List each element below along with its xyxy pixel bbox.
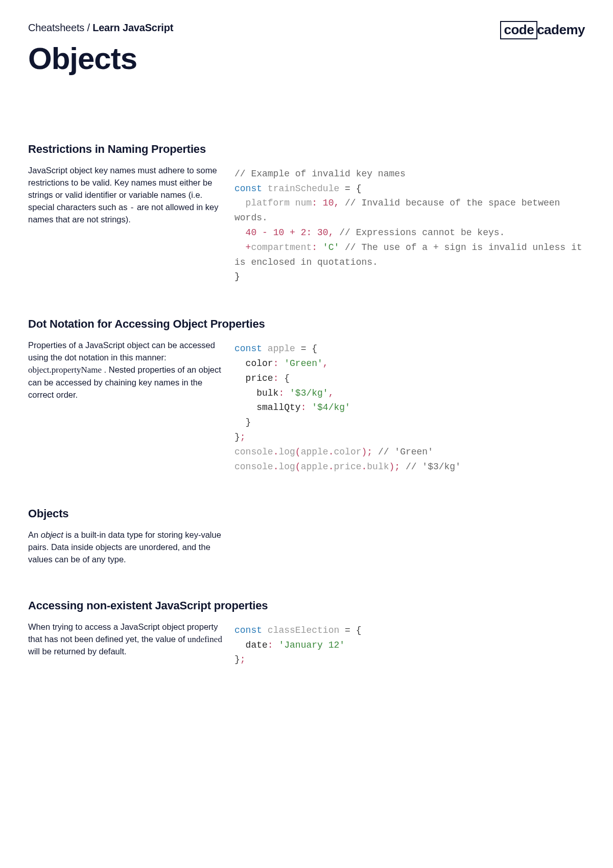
code-comment: // Example of invalid key names (234, 169, 406, 179)
code-dot: . (328, 462, 334, 472)
code-var: trainSchedule (268, 184, 339, 194)
code-str: '$4/kg' (312, 402, 350, 413)
code-comma: , (328, 227, 334, 238)
code-prop: platform num (246, 198, 312, 208)
section-body: Properties of a JavaScript object can be… (28, 339, 585, 474)
code-ref: price (334, 462, 361, 472)
code-keyword: const (234, 625, 262, 635)
breadcrumb-wrap: Cheatsheets / Learn JavaScript Objects (28, 20, 173, 137)
logo-box: code (500, 21, 537, 39)
code-block: const apple = { color: 'Green', price: {… (234, 339, 585, 474)
code-semi: ; (240, 432, 246, 442)
section-title: Accessing non-existent JavaScript proper… (28, 598, 585, 614)
code-colon: : (268, 640, 279, 650)
code-lparen: ( (295, 462, 301, 472)
code-rbrace: } (246, 417, 251, 427)
section-body: When trying to access a JavaScript objec… (28, 621, 585, 667)
code-keyword: const (234, 184, 262, 194)
code-var: apple (268, 344, 295, 354)
code-lparen: ( (295, 447, 301, 457)
code-lbrace: { (284, 373, 290, 383)
code-dot: . (273, 447, 279, 457)
code-rparen: ) (389, 462, 395, 472)
code-rbrace: } (234, 432, 240, 442)
code-num: 30 (317, 227, 328, 238)
code-ref: apple (301, 462, 328, 472)
code-console: console (234, 447, 273, 457)
breadcrumb-course: Learn JavaScript (92, 22, 173, 33)
code-keyword: const (234, 344, 262, 354)
code-colon: : (312, 198, 323, 208)
page-title: Objects (28, 36, 173, 81)
code-colon: : (273, 358, 285, 369)
code-num: 2 (301, 227, 306, 238)
code-ref: color (334, 447, 361, 457)
code-prop: smallQty (256, 402, 300, 413)
code-prop: date (246, 640, 268, 650)
text-col: Properties of a JavaScript object can be… (28, 339, 222, 474)
code-rbrace: } (234, 654, 240, 665)
p1: Properties of a JavaScript object can be… (28, 340, 215, 362)
code-plus: + (246, 242, 251, 253)
code-ref: apple (301, 447, 328, 457)
code-num: 10 (323, 198, 334, 208)
section-title: Dot Notation for Accessing Object Proper… (28, 316, 585, 332)
code-block-empty (234, 529, 585, 566)
logo: codecademy (500, 20, 585, 40)
text-col: An object is a built-in data type for st… (28, 529, 222, 566)
text-col: JavaScript object key names must adhere … (28, 165, 222, 284)
code-lbrace: { (356, 625, 362, 635)
code-comma: , (334, 198, 339, 208)
code-str: 'C' (323, 242, 339, 253)
code-op: - (256, 227, 273, 238)
code-num: 10 (273, 227, 285, 238)
code-console: console (234, 462, 273, 472)
code-colon: : (301, 402, 312, 413)
code-log: log (278, 462, 295, 472)
code-dot: . (328, 447, 334, 457)
code-str: 'January 12' (278, 640, 345, 650)
code-rbrace: } (234, 271, 240, 282)
code-semi: ; (240, 654, 246, 665)
code-comment: // Expressions cannot be keys. (334, 227, 505, 238)
code-log: log (278, 447, 295, 457)
code-eq: = (295, 344, 312, 354)
code-prop: bulk (256, 388, 278, 398)
code-semi: ; (394, 462, 400, 472)
section-naming: Restrictions in Naming Properties JavaSc… (28, 141, 585, 284)
code-ref: bulk (367, 462, 389, 472)
section-title: Restrictions in Naming Properties (28, 141, 585, 157)
code-comment: // '$3/kg' (400, 462, 461, 472)
code-str: 'Green' (284, 358, 323, 369)
code-prop: compartment (251, 242, 312, 253)
section-objects: Objects An object is a built-in data typ… (28, 506, 585, 566)
code-comma: , (328, 388, 334, 398)
code-block: // Example of invalid key names const tr… (234, 165, 585, 284)
code-rparen: ) (362, 447, 367, 457)
dash: - (130, 203, 134, 213)
code-comment: // 'Green' (372, 447, 433, 457)
section-body: JavaScript object key names must adhere … (28, 165, 585, 284)
section-body: An object is a built-in data type for st… (28, 529, 585, 566)
code-var: classElection (268, 625, 339, 635)
breadcrumb: Cheatsheets / Learn JavaScript (28, 20, 173, 35)
code-semi: ; (367, 447, 372, 457)
code-lbrace: { (312, 344, 317, 354)
code-eq: = (339, 184, 356, 194)
code-eq: = (339, 625, 356, 635)
section-title: Objects (28, 506, 585, 522)
text-col: When trying to access a JavaScript objec… (28, 621, 222, 667)
mono-example: object.propertyName (28, 365, 102, 375)
code-colon: : (273, 373, 285, 383)
p2: will be returned by default. (28, 647, 127, 656)
code-colon: : (312, 242, 323, 253)
code-dot: . (273, 462, 279, 472)
logo-rest: cademy (537, 20, 585, 40)
section-dot-notation: Dot Notation for Accessing Object Proper… (28, 316, 585, 474)
code-op: + (284, 227, 300, 238)
code-lbrace: { (356, 184, 362, 194)
code-prop: color (246, 358, 273, 369)
code-comma: , (323, 358, 328, 369)
code-prop: price (246, 373, 273, 383)
code-colon: : (278, 388, 290, 398)
